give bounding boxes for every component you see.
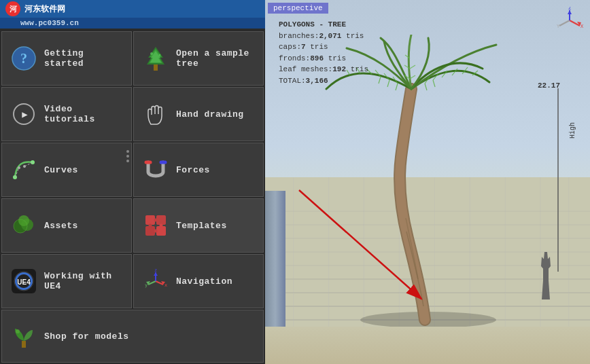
left-panel: 河 河东软件网 www.pc0359.cn ? Getting started: [0, 0, 265, 364]
svg-rect-23: [156, 226, 166, 236]
curves-label: Curves: [44, 165, 78, 175]
svg-line-79: [379, 77, 381, 84]
menu-item-templates[interactable]: Templates: [133, 198, 264, 253]
svg-point-18: [18, 215, 29, 226]
svg-line-78: [387, 80, 389, 87]
svg-rect-22: [145, 226, 155, 236]
svg-line-92: [410, 65, 415, 69]
viewport-label: perspective: [268, 3, 328, 14]
hand-drawing-label: Hand drawing: [176, 109, 244, 120]
menu-grid: ? Getting started Open a sample tree: [0, 30, 265, 364]
svg-rect-20: [145, 215, 155, 225]
hand-icon: [142, 101, 169, 128]
stat-fronds: fronds:896 tris: [279, 53, 368, 65]
play-icon: ▶: [10, 101, 37, 128]
ue4-icon: UE4: [10, 268, 37, 295]
getting-started-label: Getting started: [44, 48, 123, 69]
menu-item-working-ue4[interactable]: UE4 Working with UE4: [1, 254, 132, 308]
menu-item-assets[interactable]: Assets: [1, 198, 132, 253]
svg-point-6: [150, 52, 153, 55]
forces-label: Forces: [176, 165, 210, 175]
svg-point-27: [154, 230, 158, 233]
menu-item-video-tutorials[interactable]: ▶ Video tutorials: [1, 87, 132, 141]
assets-icon: [10, 212, 37, 239]
svg-line-91: [410, 75, 415, 79]
svg-point-24: [154, 219, 158, 222]
menu-item-forces[interactable]: Forces: [133, 143, 264, 197]
svg-rect-41: [22, 341, 26, 348]
stat-leaf-meshes: leaf meshes:192 tris: [279, 64, 368, 75]
svg-text:z: z: [154, 268, 157, 273]
video-tutorials-label: Video tutorials: [44, 104, 123, 124]
svg-text:Y: Y: [557, 24, 560, 29]
menu-item-getting-started[interactable]: ? Getting started: [1, 31, 132, 86]
magnet-icon: [142, 156, 169, 183]
viewport[interactable]: perspective POLYGONS - TREE branches:2,0…: [265, 0, 590, 364]
svg-line-87: [433, 80, 435, 87]
assets-label: Assets: [44, 221, 78, 231]
menu-item-curves[interactable]: Curves: [1, 143, 132, 197]
menu-item-open-sample-tree[interactable]: Open a sample tree: [133, 31, 264, 86]
question-icon: ?: [10, 45, 37, 72]
navigation-label: Navigation: [176, 276, 232, 287]
svg-rect-2: [154, 65, 158, 71]
svg-line-86: [425, 84, 427, 90]
stat-total: TOTAL:3,166: [279, 75, 368, 87]
curves-icon: [10, 156, 37, 183]
svg-point-13: [23, 165, 26, 168]
shop-icon: [10, 323, 37, 350]
stats-overlay: POLYGONS - TREE branches:2,071 tris caps…: [279, 19, 368, 86]
templates-label: Templates: [176, 221, 227, 231]
svg-point-7: [159, 54, 161, 56]
menu-item-navigation[interactable]: x y z Navigation: [133, 254, 264, 308]
watermark-logo: 河: [5, 1, 20, 16]
svg-point-12: [18, 166, 20, 169]
navigation-icon: x y z: [142, 268, 169, 295]
svg-rect-21: [156, 215, 166, 225]
stat-branches: branches:2,071 tris: [279, 31, 368, 42]
svg-line-45: [559, 20, 570, 26]
svg-text:Z: Z: [568, 7, 571, 11]
svg-text:y: y: [145, 283, 148, 288]
svg-line-77: [396, 84, 398, 90]
svg-text:x: x: [164, 283, 167, 288]
ue4-label: Working with UE4: [44, 271, 123, 291]
shop-label: Shop for models: [44, 331, 129, 342]
open-sample-tree-label: Open a sample tree: [176, 48, 255, 69]
watermark: 河 河东软件网 www.pc0359.cn: [0, 0, 265, 29]
svg-text:?: ?: [20, 51, 27, 66]
axis-gizmo: X Y Z: [556, 7, 583, 34]
scroll-indicator: [124, 147, 132, 165]
height-label: High: [569, 122, 576, 139]
watermark-site-name: 河东软件网: [24, 3, 65, 15]
menu-item-shop[interactable]: Shop for models: [1, 310, 264, 363]
stats-title: POLYGONS - TREE: [279, 19, 368, 31]
menu-item-hand-drawing[interactable]: Hand drawing: [133, 87, 264, 141]
building-wall: [265, 191, 285, 327]
svg-point-25: [149, 224, 152, 228]
svg-point-26: [160, 224, 163, 228]
svg-point-42: [16, 329, 20, 333]
watermark-url: www.pc0359.cn: [20, 19, 79, 27]
tree-icon: [142, 45, 169, 72]
templates-icon: [142, 212, 169, 239]
stat-caps: caps:7 tris: [279, 41, 368, 53]
svg-text:UE4: UE4: [17, 278, 31, 286]
ruler-line: [557, 88, 559, 272]
svg-text:X: X: [580, 24, 583, 29]
